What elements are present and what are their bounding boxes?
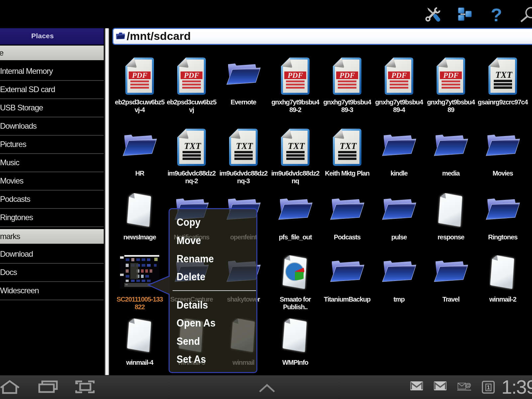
svg-text:@: @	[465, 382, 471, 389]
svg-text:1: 1	[487, 384, 490, 391]
